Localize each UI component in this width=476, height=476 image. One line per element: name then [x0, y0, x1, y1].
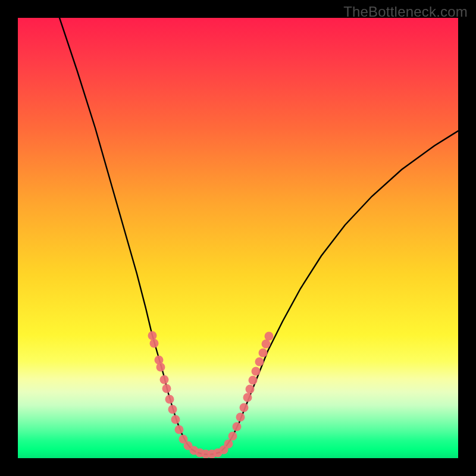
- highlight-markers: [148, 331, 274, 459]
- bottleneck-curve: [60, 18, 458, 455]
- marker-dot: [246, 385, 255, 394]
- marker-dot: [160, 375, 169, 384]
- marker-dot: [252, 367, 261, 376]
- marker-dot: [162, 384, 171, 393]
- marker-dot: [259, 349, 268, 358]
- marker-dot: [150, 339, 159, 348]
- curve-left: [60, 18, 196, 452]
- marker-dot: [148, 331, 157, 340]
- marker-dot: [236, 413, 245, 422]
- marker-dot: [262, 340, 271, 349]
- marker-dot: [243, 393, 252, 402]
- marker-dot: [228, 432, 237, 441]
- marker-dot: [171, 415, 180, 424]
- plot-area: [18, 18, 458, 458]
- chart-frame: TheBottleneck.com: [0, 0, 476, 476]
- marker-dot: [168, 405, 177, 414]
- marker-dot: [165, 395, 174, 404]
- marker-dot: [175, 425, 184, 434]
- marker-dot: [224, 440, 233, 449]
- marker-dot: [249, 376, 258, 385]
- marker-dot: [156, 363, 165, 372]
- marker-dot: [240, 403, 249, 412]
- marker-dot: [255, 358, 264, 367]
- marker-dot: [265, 332, 274, 341]
- marker-dot: [233, 422, 242, 431]
- curve-layer: [18, 18, 458, 458]
- curve-right: [220, 131, 458, 452]
